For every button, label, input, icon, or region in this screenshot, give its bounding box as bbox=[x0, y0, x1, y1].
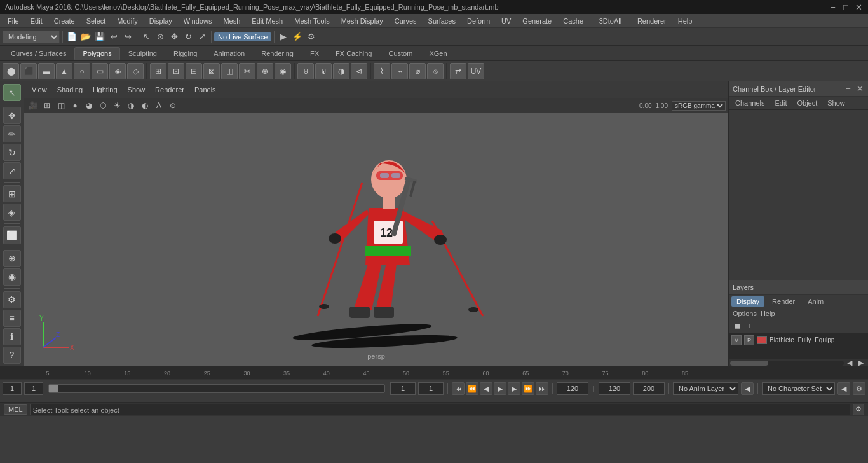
tab-xgen[interactable]: XGen bbox=[421, 47, 455, 60]
tab-fx[interactable]: FX bbox=[302, 47, 327, 60]
max-frame-field[interactable] bbox=[599, 382, 630, 395]
shelf-deform4[interactable]: ⍉ bbox=[427, 63, 444, 79]
new-scene-icon[interactable]: 📄 bbox=[65, 31, 78, 43]
vp-menu-view[interactable]: View bbox=[28, 85, 51, 95]
menu-edit[interactable]: Edit bbox=[25, 16, 48, 26]
paint-tool[interactable]: ✏ bbox=[3, 125, 21, 142]
play-thumb[interactable] bbox=[49, 385, 58, 392]
info-tool[interactable]: ℹ bbox=[3, 328, 21, 345]
menu-edit-mesh[interactable]: Edit Mesh bbox=[247, 16, 288, 26]
shelf-mirror[interactable]: ⊲ bbox=[351, 63, 367, 79]
shelf-cut[interactable]: ✂ bbox=[239, 63, 255, 79]
lasso-icon[interactable]: ⊙ bbox=[154, 31, 166, 43]
layer-remove-icon[interactable]: − bbox=[757, 320, 768, 331]
next-key-button[interactable]: ⏩ bbox=[522, 382, 534, 395]
shelf-special1[interactable]: ◈ bbox=[109, 63, 126, 79]
next-frame-button[interactable]: ▶ bbox=[508, 382, 520, 395]
vp-aa-icon[interactable]: A bbox=[153, 99, 165, 112]
vp-shadow-icon[interactable]: ◑ bbox=[125, 99, 137, 112]
h-scrollbar-track[interactable] bbox=[730, 361, 844, 366]
menu-deform[interactable]: Deform bbox=[462, 16, 495, 26]
shelf-torus[interactable]: ○ bbox=[74, 63, 90, 79]
menu-curves[interactable]: Curves bbox=[390, 16, 422, 26]
menu-help[interactable]: Help bbox=[673, 16, 698, 26]
shelf-cube[interactable]: ⬛ bbox=[20, 63, 37, 79]
current-frame-field2[interactable] bbox=[418, 382, 444, 395]
cb-tab-show[interactable]: Show bbox=[824, 98, 849, 108]
shelf-combine[interactable]: ⊎ bbox=[297, 63, 314, 79]
anim-layer-dropdown[interactable]: No Anim Layer bbox=[673, 382, 738, 395]
shelf-deform3[interactable]: ⌀ bbox=[409, 63, 426, 79]
shelf-boolean[interactable]: ◑ bbox=[333, 63, 349, 79]
channel-box-close[interactable]: ✕ bbox=[855, 85, 864, 93]
play-progress[interactable] bbox=[48, 384, 385, 393]
tab-curves-surfaces[interactable]: Curves / Surfaces bbox=[3, 47, 74, 60]
move-icon[interactable]: ✥ bbox=[168, 31, 180, 43]
shelf-plane[interactable]: ▭ bbox=[92, 63, 108, 79]
char-set-dropdown[interactable]: No Character Set bbox=[762, 382, 835, 395]
play-button[interactable]: ▶ bbox=[494, 382, 506, 395]
vp-camera-icon[interactable]: 🎥 bbox=[27, 99, 39, 112]
shelf-bridge[interactable]: ⊟ bbox=[186, 63, 202, 79]
layer-opt-help[interactable]: Help bbox=[761, 310, 775, 317]
menu-select[interactable]: Select bbox=[81, 16, 111, 26]
viewport-canvas[interactable]: 12 bbox=[24, 113, 728, 366]
close-button[interactable]: ✕ bbox=[854, 3, 863, 11]
range-start-field[interactable] bbox=[390, 382, 416, 395]
shelf-cylinder[interactable]: ▬ bbox=[38, 63, 55, 79]
tab-polygons[interactable]: Polygons bbox=[74, 47, 119, 60]
settings-tool[interactable]: ⚙ bbox=[3, 291, 21, 308]
vp-light-icon[interactable]: ☀ bbox=[111, 99, 123, 112]
h-scrollbar-thumb[interactable] bbox=[730, 361, 768, 366]
shelf-bevel[interactable]: ⊡ bbox=[168, 63, 184, 79]
display-settings-icon[interactable]: ⚙ bbox=[305, 31, 318, 43]
layer-opt-options[interactable]: Options bbox=[733, 310, 757, 317]
tab-sculpting[interactable]: Sculpting bbox=[120, 47, 165, 60]
menu-modify[interactable]: Modify bbox=[112, 16, 142, 26]
menu-file[interactable]: File bbox=[3, 16, 24, 26]
minimize-button[interactable]: − bbox=[829, 3, 837, 11]
char-set-btn2[interactable]: ⚙ bbox=[853, 382, 865, 395]
rotate-icon[interactable]: ↻ bbox=[182, 31, 194, 43]
vp-wireframe-icon[interactable]: ◫ bbox=[55, 99, 67, 112]
layer-new-icon[interactable]: ◼ bbox=[731, 320, 743, 331]
select-icon[interactable]: ↖ bbox=[140, 31, 153, 43]
pivot-tool[interactable]: ⊕ bbox=[3, 250, 21, 267]
rect-select-tool[interactable]: ⬜ bbox=[3, 226, 21, 244]
vp-menu-lighting[interactable]: Lighting bbox=[89, 85, 121, 95]
current-frame-field[interactable] bbox=[24, 382, 43, 395]
move-tool[interactable]: ✥ bbox=[3, 107, 21, 124]
colorspace-dropdown[interactable]: sRGB gamma bbox=[672, 101, 726, 111]
vp-shaded-icon[interactable]: ◕ bbox=[83, 99, 95, 112]
tab-fx-caching[interactable]: FX Caching bbox=[327, 47, 380, 60]
tab-rendering[interactable]: Rendering bbox=[253, 47, 302, 60]
frame-start-field[interactable] bbox=[3, 382, 22, 395]
layer-p-btn[interactable]: P bbox=[744, 335, 754, 345]
scale-tool[interactable]: ⤢ bbox=[3, 162, 21, 179]
menu-surfaces[interactable]: Surfaces bbox=[423, 16, 461, 26]
shelf-deform1[interactable]: ⌇ bbox=[374, 63, 390, 79]
menu-mesh-tools[interactable]: Mesh Tools bbox=[289, 16, 334, 26]
shelf-deform2[interactable]: ⌁ bbox=[391, 63, 408, 79]
tab-animation[interactable]: Animation bbox=[205, 47, 253, 60]
lang-badge[interactable]: MEL bbox=[4, 404, 27, 415]
vp-ssao-icon[interactable]: ◐ bbox=[139, 99, 151, 112]
max-frame-field2[interactable] bbox=[633, 382, 665, 395]
undo-icon[interactable]: ↩ bbox=[107, 31, 120, 43]
range-end-field[interactable] bbox=[557, 382, 588, 395]
layers-tool[interactable]: ≡ bbox=[3, 310, 21, 327]
vp-grid-icon[interactable]: ⊞ bbox=[41, 99, 53, 112]
layer-row-biathlete[interactable]: V P Biathlete_Fully_Equipp bbox=[729, 333, 868, 347]
layer-tab-render[interactable]: Render bbox=[767, 296, 800, 307]
save-icon[interactable]: 💾 bbox=[93, 31, 106, 43]
layer-v-btn[interactable]: V bbox=[731, 335, 742, 345]
menu-create[interactable]: Create bbox=[49, 16, 80, 26]
shelf-split[interactable]: ◫ bbox=[221, 63, 238, 79]
go-end-button[interactable]: ⏭ bbox=[536, 382, 548, 395]
go-start-button[interactable]: ⏮ bbox=[452, 382, 465, 395]
prev-frame-button[interactable]: ◀ bbox=[480, 382, 492, 395]
shelf-special2[interactable]: ◇ bbox=[127, 63, 144, 79]
shelf-smooth[interactable]: ◉ bbox=[275, 63, 291, 79]
menu-uv[interactable]: UV bbox=[496, 16, 516, 26]
shelf-extrude[interactable]: ⊞ bbox=[150, 63, 166, 79]
